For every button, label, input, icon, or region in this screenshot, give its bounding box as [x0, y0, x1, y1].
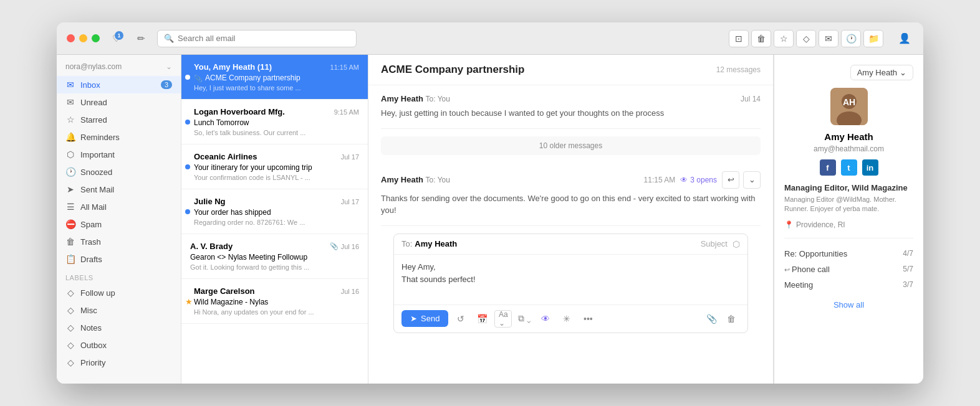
outbox-icon: ◇ [65, 340, 75, 350]
sidebar-item-misc[interactable]: ◇ Misc [57, 301, 181, 319]
sidebar-item-spam[interactable]: ⛔ Spam [57, 215, 181, 233]
folder-button[interactable]: 📁 [863, 30, 883, 47]
unread-icon: ✉ [65, 97, 75, 107]
location-icon: 📍 [784, 220, 794, 229]
contact-header-bar: Amy Heath ⌄ [784, 65, 913, 80]
move-button[interactable]: ✉ [819, 30, 838, 47]
sent-icon: ➤ [65, 184, 75, 194]
svg-text:AH: AH [842, 97, 855, 107]
more-compose-button[interactable]: ••• [579, 310, 597, 328]
email-subject: Your itinerary for your upcoming trip [194, 163, 359, 172]
reminders-icon: 🔔 [65, 132, 75, 142]
sidebar-item-label: Priority [80, 358, 105, 367]
snooze-button[interactable]: 🕐 [841, 30, 861, 47]
show-all-button[interactable]: Show all [784, 298, 913, 312]
email-sender: You, Amy Heath (11) [194, 62, 272, 72]
toolbar-actions: ⊡ 🗑 ☆ ◇ ✉ 🕐 📁 [729, 30, 883, 47]
sidebar-item-notes[interactable]: ◇ Notes [57, 319, 181, 336]
fullscreen-button[interactable] [92, 34, 100, 42]
email-subject: Lunch Tomorrow [194, 118, 359, 127]
sidebar-item-drafts[interactable]: 📋 Drafts [57, 250, 181, 268]
email-time: 11:15 AM [330, 64, 359, 71]
sidebar-item-outbox[interactable]: ◇ Outbox [57, 336, 181, 354]
older-messages-button[interactable]: 10 older messages [381, 136, 761, 155]
trash-button[interactable]: 🗑 [751, 30, 771, 47]
attachment-button[interactable]: 📎 [703, 310, 720, 328]
user-icon[interactable]: 👤 [896, 30, 913, 47]
sidebar-item-label: Unread [80, 98, 107, 107]
sidebar-item-important[interactable]: ⬡ Important [57, 146, 181, 163]
sidebar-item-snoozed[interactable]: 🕐 Snoozed [57, 163, 181, 181]
email-item[interactable]: A. V. Brady 📎 Jul 16 Gearon <> Nylas Mee… [181, 234, 368, 279]
compose-to-value[interactable]: Amy Heath [415, 239, 700, 248]
email-item[interactable]: Julie Ng Jul 17 Your order has shipped R… [181, 189, 368, 234]
sidebar-item-all-mail[interactable]: ☰ All Mail [57, 198, 181, 215]
attachment-icon: 📎 [330, 242, 339, 250]
notification-badge: 1 [115, 31, 123, 40]
contact-interactions: Re: Opportunities 4/7 ↩ Phone call 5/7 M… [784, 238, 913, 312]
search-bar[interactable]: 🔍 [157, 30, 357, 47]
sidebar-item-label: Starred [80, 115, 107, 125]
more-button[interactable]: ⌄ [743, 171, 761, 189]
message-to: To: You [426, 95, 450, 103]
facebook-icon[interactable]: f [820, 159, 836, 176]
linkedin-icon[interactable]: in [862, 159, 878, 176]
email-item[interactable]: Logan Hoverboard Mfg. 9:15 AM Lunch Tomo… [181, 100, 368, 144]
email-preview: Hi Nora, any updates on your end for ... [194, 308, 359, 316]
schedule-button[interactable]: 📅 [473, 310, 491, 328]
delete-draft-button[interactable]: 🗑 [723, 310, 740, 328]
sidebar-item-starred[interactable]: ☆ Starred [57, 111, 181, 128]
send-button[interactable]: ➤ Send [401, 310, 448, 327]
email-item[interactable]: ★ Marge Carelson Jul 16 Wild Magazine - … [181, 279, 368, 324]
notification-icon[interactable]: ♡ 1 [107, 30, 125, 47]
twitter-icon[interactable]: t [841, 159, 857, 176]
sidebar-item-inbox[interactable]: ✉ Inbox 3 [57, 76, 181, 93]
message-item[interactable]: Amy Heath To: You 11:15 AM 👁 3 opens ↩ [381, 163, 761, 226]
message-body: Thanks for sending over the documents. W… [381, 192, 761, 217]
email-item[interactable]: Oceanic Airlines Jul 17 Your itinerary f… [181, 144, 368, 189]
email-item[interactable]: You, Amy Heath (11) 11:15 AM 📎 ACME Comp… [181, 55, 368, 100]
format-button[interactable]: Aa ⌄ [494, 310, 512, 328]
email-preview: Your confirmation code is LSANYL - ... [194, 174, 359, 181]
archive-button[interactable]: ⊡ [729, 30, 749, 47]
all-mail-icon: ☰ [65, 202, 75, 212]
interaction-row: ↩ Phone call 5/7 [784, 262, 913, 277]
signature-button[interactable]: ✳ [558, 310, 575, 328]
contact-name: Amy Heath [784, 131, 913, 142]
sidebar-item-trash[interactable]: 🗑 Trash [57, 233, 181, 250]
compose-expand-icon[interactable]: ⬡ [733, 239, 740, 249]
sidebar-item-label: Follow up [80, 288, 115, 298]
close-button[interactable] [67, 34, 75, 42]
sidebar-item-unread[interactable]: ✉ Unread [57, 93, 181, 111]
traffic-lights [67, 34, 100, 42]
snoozed-icon: 🕐 [65, 167, 75, 177]
contact-name-button[interactable]: Amy Heath ⌄ [850, 65, 913, 80]
star-button[interactable]: ☆ [774, 30, 794, 47]
account-collapse-button[interactable]: ⌄ [166, 62, 172, 71]
template-button[interactable]: ⧉ ⌄ [516, 310, 533, 328]
minimize-button[interactable] [79, 34, 87, 42]
undo-button[interactable]: ↺ [452, 310, 469, 328]
compose-icon[interactable]: ✏ [132, 30, 150, 47]
tag-button[interactable]: ◇ [796, 30, 816, 47]
sidebar-item-label: Trash [80, 237, 101, 247]
search-input[interactable] [178, 34, 350, 43]
email-sender: Logan Hoverboard Mfg. [194, 107, 285, 116]
sidebar-item-sent[interactable]: ➤ Sent Mail [57, 181, 181, 198]
message-item[interactable]: Amy Heath To: You Jul 14 Hey, just getti… [381, 85, 761, 129]
compose-toolbar: ➤ Send ↺ 📅 Aa ⌄ ⧉ ⌄ 👁 ✳ ••• 📎 🗑 [394, 304, 747, 333]
sidebar-item-priority[interactable]: ◇ Priority [57, 354, 181, 371]
thread-messages: Amy Heath To: You Jul 14 Hey, just getti… [368, 85, 773, 384]
reply-button[interactable]: ↩ [722, 171, 739, 189]
compose-body[interactable]: Hey Amy, That sounds perfect! [394, 255, 747, 304]
unread-indicator [185, 164, 190, 169]
email-list: You, Amy Heath (11) 11:15 AM 📎 ACME Comp… [181, 55, 368, 384]
tracking-button[interactable]: 👁 [537, 310, 554, 328]
priority-icon: ◇ [65, 357, 75, 367]
sidebar-item-reminders[interactable]: 🔔 Reminders [57, 128, 181, 146]
message-date: Jul 14 [741, 95, 761, 103]
sidebar-item-label: Reminders [80, 133, 120, 142]
account-header: nora@nylas.com ⌄ [57, 55, 181, 76]
sidebar-item-follow-up[interactable]: ◇ Follow up [57, 284, 181, 301]
unread-indicator [185, 209, 190, 214]
